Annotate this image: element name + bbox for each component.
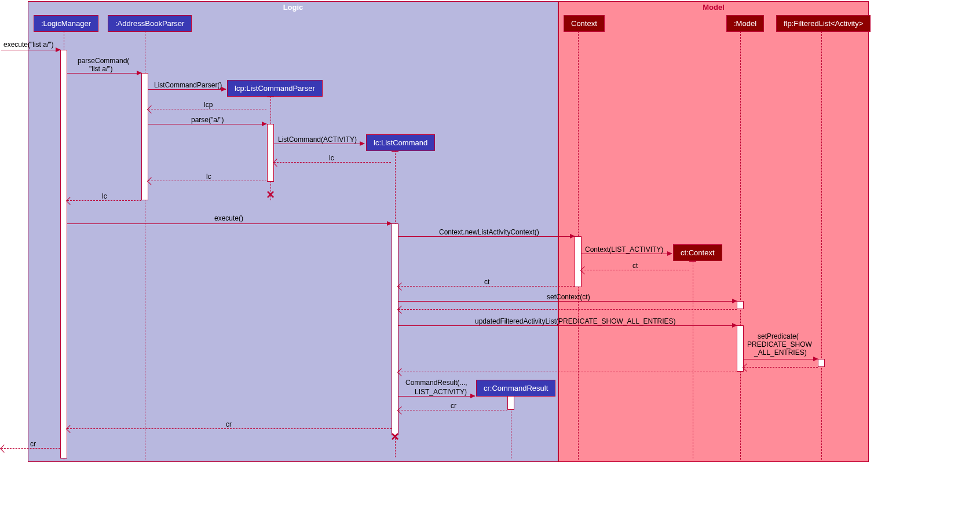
participant-logic-manager: :LogicManager [34, 15, 98, 32]
arrow-m7 [398, 236, 575, 237]
activation-lc-2 [392, 223, 398, 435]
ret-final: cr [30, 440, 36, 448]
destroy-lc: × [389, 431, 401, 442]
msg-command-result-1: CommandResult(..., [405, 379, 467, 387]
ret-ct-2: ct [484, 278, 489, 286]
msg-lcp-ctor: ListCommandParser() [154, 81, 222, 89]
msg-set-predicate-3: _ALL_ENTRIES) [754, 348, 807, 357]
model-frame: Model [558, 1, 869, 462]
arrow-m9 [398, 301, 737, 302]
msg-parse-command-1: parseCommand( [78, 57, 129, 65]
participant-command-result: cr:CommandResult [476, 380, 555, 397]
activation-context [575, 236, 582, 287]
msg-set-context: setContext(ct) [547, 293, 590, 301]
msg-new-context: Context.newListActivityContext() [439, 228, 539, 236]
ret-cr-1: cr [451, 402, 456, 410]
ret-lc-1: lc [329, 154, 334, 162]
activation-model-2 [737, 325, 744, 372]
arrow-m8 [582, 254, 672, 254]
logic-frame-label: Logic [279, 2, 308, 13]
arrow-r9 [398, 309, 737, 310]
arrow-m11 [744, 359, 818, 359]
arrow-r12 [398, 410, 507, 410]
arrow-r11 [744, 367, 818, 368]
arrow-r4 [148, 181, 266, 181]
msg-parse-command-2: "list a/") [89, 65, 113, 73]
msg-context-ctor: Context(LIST_ACTIVITY) [585, 245, 663, 254]
model-frame-label: Model [698, 2, 729, 13]
msg-list-command: ListCommand(ACTIVITY) [278, 135, 357, 144]
arrow-m3 [148, 89, 226, 90]
msg-set-predicate-2: PREDICATE_SHOW [747, 340, 812, 348]
arrow-r7 [398, 286, 575, 287]
ret-ct-1: ct [632, 262, 638, 270]
destroy-lcp: × [265, 189, 276, 200]
participant-address-book-parser: :AddressBookParser [108, 15, 192, 32]
msg-execute-list: execute("list a/") [3, 41, 54, 49]
participant-context: Context [564, 15, 605, 32]
participant-list-command-parser: lcp:ListCommandParser [227, 80, 323, 97]
ret-lcp: lcp [204, 101, 213, 109]
ret-lc-2: lc [206, 173, 211, 181]
lifeline-model [740, 31, 741, 460]
arrow-r5 [274, 162, 391, 163]
participant-model: :Model [726, 15, 764, 32]
arrow-m12 [398, 396, 475, 397]
arrow-m2 [67, 73, 141, 74]
activation-cr [507, 396, 514, 410]
ret-lc-3: lc [102, 192, 107, 200]
arrow-r8 [582, 270, 689, 270]
arrow-r10 [398, 372, 737, 372]
activation-model-1 [737, 301, 744, 309]
arrow-m1 [1, 50, 60, 50]
arrow-m5 [274, 144, 364, 144]
arrow-r3 [148, 109, 266, 109]
participant-ct-context: ct:Context [673, 244, 722, 261]
activation-logic-manager [60, 50, 67, 458]
lifeline-ct [693, 262, 693, 458]
arrow-r6 [67, 428, 392, 429]
participant-list-command: lc:ListCommand [366, 134, 435, 151]
activation-lcp-2 [267, 124, 274, 182]
arrow-r2 [67, 200, 141, 201]
msg-execute: execute() [214, 214, 243, 222]
arrow-m4 [148, 124, 266, 124]
activation-flp [818, 359, 825, 367]
msg-command-result-2: LIST_ACTIVITY) [415, 388, 467, 396]
msg-set-predicate-1: setPredicate( [758, 332, 799, 340]
msg-update-filtered: updatedFilteredActivityList(PREDICATE_SH… [475, 317, 676, 325]
arrow-m10 [398, 325, 737, 326]
msg-parse: parse("a/") [191, 116, 224, 124]
lifeline-flp [821, 31, 822, 460]
arrow-rfinal [1, 448, 60, 449]
participant-filtered-list: flp:FilteredList<Activity> [776, 15, 871, 32]
arrow-m6 [67, 223, 392, 224]
ret-cr-2: cr [226, 420, 232, 428]
